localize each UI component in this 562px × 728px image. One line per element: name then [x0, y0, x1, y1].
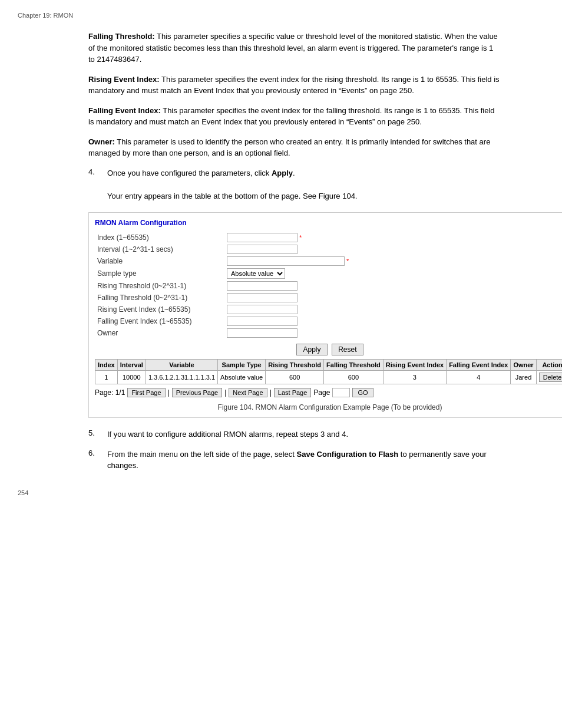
step-6-bold: Save Configuration to Flash: [297, 450, 399, 459]
form-field-2[interactable]: *: [224, 255, 562, 267]
page-separator-1: |: [168, 388, 170, 397]
table-header: Falling Event Index: [447, 360, 511, 371]
required-star-0: *: [297, 234, 302, 241]
table-cell-8: Jared: [511, 371, 536, 384]
param-name: Owner:: [88, 137, 115, 146]
figure-caption: Figure 104. RMON Alarm Configuration Exa…: [95, 403, 562, 411]
delete-button[interactable]: Delete: [539, 373, 562, 382]
param-name: Falling Event Index:: [88, 106, 161, 115]
apply-button[interactable]: Apply: [296, 344, 327, 355]
table-header: Sample Type: [218, 360, 266, 371]
table-cell-3: Absolute value: [218, 371, 266, 384]
form-label-1: Interval (1~2^31-1 secs): [95, 243, 224, 255]
chapter-header: Chapter 19: RMON: [18, 12, 544, 19]
form-input-0[interactable]: [227, 233, 297, 242]
form-field-0[interactable]: *: [224, 232, 562, 243]
step-6-pre-bold: From the main menu on the left side of t…: [107, 450, 297, 459]
form-input-2[interactable]: [227, 256, 345, 266]
alarm-data-table: IndexIntervalVariableSample TypeRising T…: [95, 359, 562, 384]
form-field-6[interactable]: [224, 304, 562, 315]
form-label-6: Rising Event Index (1~65535): [95, 304, 224, 315]
table-header: Action: [536, 360, 562, 371]
step-6-number: 6.: [88, 449, 100, 472]
form-label-5: Falling Threshold (0~2^31-1): [95, 292, 224, 304]
pagination-row: Page: 1/1 First Page | Previous Page | N…: [95, 388, 562, 397]
form-label-7: Falling Event Index (1~65535): [95, 315, 224, 327]
table-cell-2: 1.3.6.1.2.1.31.1.1.1.3.1: [146, 371, 217, 384]
step-6-text: From the main menu on the left side of t…: [107, 449, 501, 472]
param-block: Falling Event Index: This parameter spec…: [88, 105, 501, 128]
form-label-8: Owner: [95, 327, 224, 339]
required-star-2: *: [345, 258, 349, 265]
table-header: Interval: [117, 360, 146, 371]
page-label: Page: 1/1: [95, 388, 125, 397]
table-cell-6: 3: [383, 371, 446, 384]
table-cell-5: 600: [324, 371, 384, 384]
param-block: Rising Event Index: This parameter speci…: [88, 74, 501, 97]
alarm-config-form: Index (1~65535) *Interval (1~2^31-1 secs…: [95, 232, 562, 339]
sample-type-select[interactable]: Absolute value: [227, 268, 285, 279]
form-input-1[interactable]: [227, 245, 297, 254]
prev-page-button[interactable]: Previous Page: [172, 388, 223, 397]
form-label-4: Rising Threshold (0~2^31-1): [95, 280, 224, 292]
step-4-number: 4.: [88, 167, 100, 202]
go-button[interactable]: GO: [352, 388, 373, 397]
table-row: 1100001.3.6.1.2.1.31.1.1.1.3.1Absolute v…: [95, 371, 563, 384]
table-header: Index: [95, 360, 118, 371]
page-number: 254: [18, 489, 544, 496]
step-4-block: 4. Once you have configured the paramete…: [88, 167, 501, 202]
figure-section: RMON Alarm Configuration Index (1~65535)…: [88, 212, 562, 418]
table-cell-7: 4: [447, 371, 511, 384]
form-field-5[interactable]: [224, 292, 562, 304]
table-cell-4: 600: [266, 371, 324, 384]
step-4-post-bold: .: [293, 169, 295, 177]
step-6-block: 6. From the main menu on the left side o…: [88, 449, 501, 472]
form-field-4[interactable]: [224, 280, 562, 292]
table-action-cell: Delete: [536, 371, 562, 384]
step-5-text: If you want to configure additional RMON…: [107, 429, 501, 440]
form-label-0: Index (1~65535): [95, 232, 224, 243]
first-page-button[interactable]: First Page: [127, 388, 165, 397]
form-input-5[interactable]: [227, 293, 297, 302]
form-label-3: Sample type: [95, 267, 224, 280]
page-separator-3: |: [270, 388, 272, 397]
step-4-text: Once you have configured the parameters,…: [107, 167, 501, 202]
form-input-4[interactable]: [227, 281, 297, 291]
table-cell-0: 1: [95, 371, 118, 384]
page-input[interactable]: [332, 388, 350, 397]
form-button-row: Apply Reset: [95, 344, 562, 355]
page-text: Page: [313, 388, 330, 397]
reset-button[interactable]: Reset: [332, 344, 363, 355]
step-5-block: 5. If you want to configure additional R…: [88, 429, 501, 440]
last-page-button[interactable]: Last Page: [274, 388, 312, 397]
form-field-7[interactable]: [224, 315, 562, 327]
next-page-button[interactable]: Next Page: [229, 388, 267, 397]
form-input-7[interactable]: [227, 317, 297, 326]
step-4-bold: Apply: [272, 169, 293, 177]
table-header: Variable: [146, 360, 217, 371]
form-input-8[interactable]: [227, 328, 297, 338]
param-block: Falling Threshold: This parameter specif…: [88, 31, 501, 65]
form-field-8[interactable]: [224, 327, 562, 339]
form-input-6[interactable]: [227, 305, 297, 314]
form-field-3[interactable]: Absolute value: [224, 267, 562, 280]
page-separator-2: |: [224, 388, 226, 397]
table-header: Rising Event Index: [383, 360, 446, 371]
figure-title: RMON Alarm Configuration: [95, 219, 562, 227]
table-header: Falling Threshold: [324, 360, 384, 371]
table-header: Rising Threshold: [266, 360, 324, 371]
param-name: Falling Threshold:: [88, 32, 155, 41]
param-name: Rising Event Index:: [88, 75, 160, 84]
step-4-pre-bold: Once you have configured the parameters,…: [107, 169, 272, 177]
form-label-2: Variable: [95, 255, 224, 267]
step-4-subtext: Your entry appears in the table at the b…: [107, 192, 357, 200]
step-5-number: 5.: [88, 429, 100, 440]
table-cell-1: 10000: [117, 371, 146, 384]
param-text: This parameter is used to identify the p…: [88, 137, 490, 158]
table-header: Owner: [511, 360, 536, 371]
param-block: Owner: This parameter is used to identif…: [88, 136, 501, 159]
form-field-1[interactable]: [224, 243, 562, 255]
